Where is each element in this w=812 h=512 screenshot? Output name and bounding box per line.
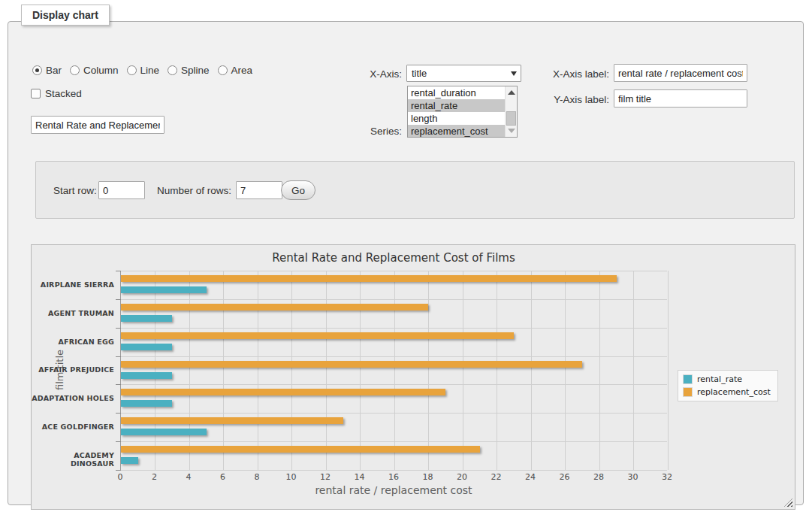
checkbox-icon[interactable] xyxy=(31,89,41,98)
bar-rental_rate xyxy=(121,400,172,407)
gridline xyxy=(326,271,327,470)
chart-type-area[interactable]: Area xyxy=(218,65,253,76)
chart-type-column[interactable]: Column xyxy=(70,65,119,76)
x-tick-label: 12 xyxy=(312,472,338,482)
bar-rental_rate xyxy=(121,286,207,293)
category-label: AIRPLANE SIERRA xyxy=(32,280,114,289)
go-button[interactable]: Go xyxy=(281,180,315,200)
gridline xyxy=(121,328,667,329)
gridline xyxy=(223,271,224,470)
series-option-rental_duration[interactable]: rental_duration xyxy=(408,86,505,99)
chart-legend: rental_ratereplacement_cost xyxy=(678,370,778,401)
legend-item-replacement_cost: replacement_cost xyxy=(683,387,771,397)
chart-type-bar[interactable]: Bar xyxy=(32,65,62,76)
bar-replacement_cost xyxy=(121,361,582,368)
y-tick-mark xyxy=(116,328,121,329)
chevron-down-icon xyxy=(511,71,517,76)
stacked-label: Stacked xyxy=(45,88,82,99)
x-tick-label: 2 xyxy=(142,472,168,482)
legend-swatch xyxy=(683,387,693,397)
scroll-up-icon[interactable] xyxy=(508,90,515,95)
category-label: AFFAIR PREJUDICE xyxy=(32,365,114,374)
chart-panel: Rental Rate and Replacement Cost of Film… xyxy=(31,244,795,510)
rows-panel: Start row: Number of rows: Go xyxy=(35,161,795,219)
gridline xyxy=(599,271,600,470)
x-tick-label: 0 xyxy=(107,472,133,482)
chart-type-radio-group: BarColumnLineSplineArea xyxy=(32,65,252,76)
num-rows-input[interactable] xyxy=(236,181,282,199)
bar-rental_rate xyxy=(121,344,172,350)
gridline xyxy=(531,271,532,470)
x-tick-label: 24 xyxy=(518,472,543,482)
fieldset-legend: Display chart xyxy=(21,5,110,26)
radio-label: Bar xyxy=(46,65,62,76)
bar-replacement_cost xyxy=(121,389,445,395)
chart-type-spline[interactable]: Spline xyxy=(168,65,210,76)
display-chart-fieldset: BarColumnLineSplineArea Stacked X-Axis: … xyxy=(8,21,804,505)
listbox-scrollbar[interactable] xyxy=(505,86,517,137)
x-tick-label: 16 xyxy=(381,472,406,482)
y-axis-label-label: Y-Axis label: xyxy=(525,94,609,105)
chart-title-input[interactable] xyxy=(31,116,165,134)
radio-icon[interactable] xyxy=(70,65,80,75)
y-tick-mark xyxy=(116,299,121,300)
resize-handle-icon[interactable] xyxy=(784,498,792,507)
series-listbox[interactable]: rental_durationrental_ratelengthreplacem… xyxy=(407,86,518,138)
bar-rental_rate xyxy=(121,372,172,379)
legend-item-rental_rate: rental_rate xyxy=(683,374,771,384)
y-tick-mark xyxy=(116,356,121,357)
start-row-input[interactable] xyxy=(98,181,145,199)
y-tick-mark xyxy=(116,271,121,271)
radio-icon[interactable] xyxy=(218,65,228,75)
bar-rental_rate xyxy=(121,457,138,464)
x-axis-select[interactable]: title xyxy=(406,65,521,82)
bar-replacement_cost xyxy=(121,304,428,311)
gridline xyxy=(633,271,634,470)
radio-icon[interactable] xyxy=(127,65,137,75)
gridline xyxy=(121,299,667,300)
page: Display chart BarColumnLineSplineArea St… xyxy=(0,0,812,512)
gridline xyxy=(121,441,667,442)
y-tick-mark xyxy=(116,441,121,442)
gridline xyxy=(360,271,361,470)
category-axis: AIRPLANE SIERRAAGENT TRUMANAFRICAN EGGAF… xyxy=(32,271,114,470)
x-tick-label: 30 xyxy=(620,472,646,482)
chart-type-line[interactable]: Line xyxy=(127,65,160,76)
stacked-checkbox[interactable]: Stacked xyxy=(31,88,82,99)
series-option-length[interactable]: length xyxy=(408,112,505,125)
y-tick-mark xyxy=(116,470,121,471)
gridline xyxy=(189,271,190,470)
plot-area xyxy=(120,271,667,470)
radio-label: Area xyxy=(231,65,253,76)
category-label: ACADEMY DINOSAUR xyxy=(32,451,114,468)
gridline xyxy=(121,384,667,385)
series-option-rental_rate[interactable]: rental_rate xyxy=(408,99,505,112)
chart-title: Rental Rate and Replacement Cost of Film… xyxy=(120,251,667,265)
y-axis-label-input[interactable] xyxy=(614,89,747,108)
gridline xyxy=(121,271,667,271)
bar-rental_rate xyxy=(121,315,172,322)
series-option-replacement_cost[interactable]: replacement_cost xyxy=(408,125,505,137)
num-rows-label: Number of rows: xyxy=(157,185,231,196)
x-axis-title: rental rate / replacement cost xyxy=(120,484,667,496)
x-tick-label: 18 xyxy=(415,472,441,482)
gridline xyxy=(394,271,395,470)
radio-icon[interactable] xyxy=(168,65,177,75)
x-tick-label: 22 xyxy=(484,472,509,482)
gridline xyxy=(155,271,155,470)
radio-icon[interactable] xyxy=(32,65,42,75)
scrollbar-thumb[interactable] xyxy=(506,111,516,126)
gridline xyxy=(291,271,292,470)
scroll-down-icon[interactable] xyxy=(508,129,515,133)
bar-replacement_cost xyxy=(121,332,514,339)
x-tick-label: 14 xyxy=(347,472,373,482)
bar-rental_rate xyxy=(121,429,207,435)
x-axis-label-input[interactable] xyxy=(614,64,747,82)
gridline xyxy=(121,470,667,471)
category-label: AGENT TRUMAN xyxy=(32,309,114,317)
gridline xyxy=(428,271,429,470)
x-tick-label: 6 xyxy=(210,472,236,482)
gridline xyxy=(121,413,667,414)
gridline xyxy=(121,356,667,357)
gridline xyxy=(497,271,497,470)
